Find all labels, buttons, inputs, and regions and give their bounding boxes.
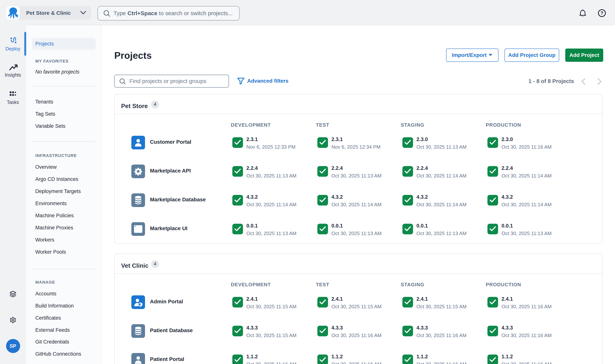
svg-text:?: ? (600, 11, 603, 16)
